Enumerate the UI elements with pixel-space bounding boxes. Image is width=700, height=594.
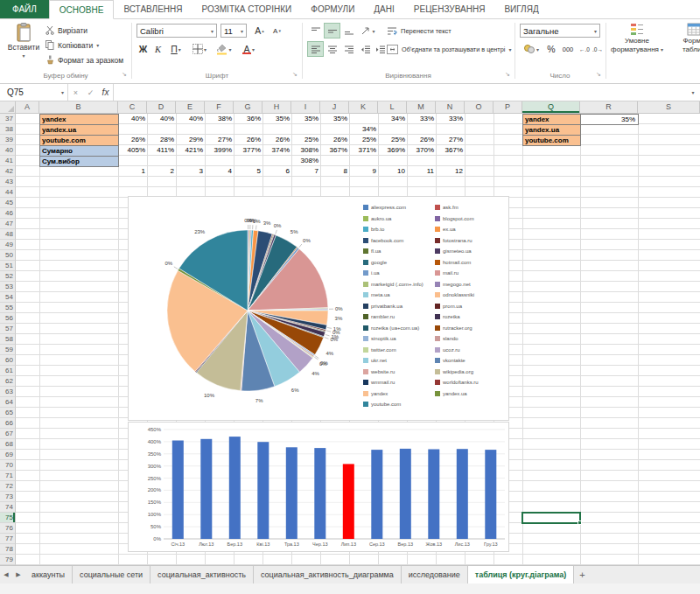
legend-item-twitter.com[interactable]: twitter.com	[363, 347, 396, 353]
legend-item-mail.ru[interactable]: mail.ru	[435, 270, 458, 276]
ribbon-tab-дані[interactable]: ДАНІ	[364, 0, 403, 18]
row-header-64[interactable]: 64	[0, 397, 16, 408]
row-header-68[interactable]: 68	[0, 439, 16, 450]
legend-item-gismeteo.ua[interactable]: gismeteo.ua	[435, 248, 472, 254]
formula-input[interactable]	[113, 84, 686, 101]
sheet-nav-right-button[interactable]: ▶	[12, 566, 24, 584]
row-header-43[interactable]: 43	[0, 177, 16, 187]
cell-N39[interactable]: 27%	[436, 135, 466, 145]
ribbon-tab-розмітка сторінки[interactable]: РОЗМІТКА СТОРІНКИ	[192, 0, 302, 18]
column-header-B[interactable]: B	[39, 101, 118, 114]
cell-C39[interactable]: 26%	[118, 135, 148, 145]
cell-F40[interactable]: 399%	[205, 145, 234, 156]
cell-E39[interactable]: 29%	[176, 135, 206, 145]
row-header-79[interactable]: 79	[0, 555, 16, 565]
legend-item-blogspot.com[interactable]: blogspot.com	[435, 216, 474, 221]
row-header-49[interactable]: 49	[0, 240, 16, 250]
pie-chart-panel[interactable]: 0%0%0%1%3%0%5%0%0%3%1%0%1%0%4%0%0%4%6%7%…	[128, 196, 509, 421]
row-header-56[interactable]: 56	[0, 313, 16, 324]
legend-item-yandex.ua[interactable]: yandex.ua	[435, 391, 467, 396]
cell-G37[interactable]: 36%	[234, 114, 263, 124]
legend-item-website.ru[interactable]: website.ru	[363, 369, 395, 374]
merge-center-button[interactable]: Об'єднати та розташувати в центрі ▾	[387, 43, 511, 56]
alignment-dialog-launcher[interactable]: ↘	[505, 71, 510, 78]
select-all-corner[interactable]	[0, 101, 16, 114]
legend-item-fl.ua[interactable]: fl.ua	[363, 248, 381, 254]
fill-color-button[interactable]: ▾	[213, 42, 235, 56]
legend-item-ex.ua[interactable]: ex.ua	[435, 227, 456, 232]
cell-I40[interactable]: 308%	[291, 145, 321, 156]
ribbon-tab-вставлення[interactable]: ВСТАВЛЕННЯ	[114, 0, 192, 18]
align-bottom-button[interactable]	[341, 24, 356, 38]
legend-item-rambler.ru[interactable]: rambler.ru	[363, 314, 395, 319]
cell-K38[interactable]: 34%	[349, 124, 379, 135]
cell-J42[interactable]: 8	[320, 166, 350, 177]
legend-item-aliexpress.com[interactable]: aliexpress.com	[363, 205, 406, 210]
align-left-button[interactable]	[308, 42, 323, 56]
legend-item-prom.ua[interactable]: prom.ua	[435, 304, 462, 309]
grow-font-button[interactable]: А ▴	[252, 24, 267, 38]
cell-H40[interactable]: 374%	[262, 145, 292, 156]
conditional-formatting-button[interactable]: Умовне форматування ▾	[610, 23, 664, 72]
legend-item-ask.fm[interactable]: ask.fm	[435, 205, 458, 210]
bold-button[interactable]: Ж	[136, 42, 150, 56]
column-header-E[interactable]: E	[176, 101, 205, 114]
column-header-K[interactable]: K	[349, 101, 378, 114]
column-header-M[interactable]: M	[407, 101, 436, 114]
cell-J40[interactable]: 367%	[320, 145, 350, 156]
column-header-O[interactable]: O	[465, 101, 494, 114]
cell-I41[interactable]: 308%	[291, 156, 321, 166]
new-sheet-button[interactable]: +	[574, 566, 590, 584]
paste-button[interactable]: Вставити ▾	[5, 23, 42, 70]
column-header-C[interactable]: C	[118, 101, 147, 114]
column-header-D[interactable]: D	[147, 101, 176, 114]
row-header-60[interactable]: 60	[0, 355, 16, 366]
cell-E40[interactable]: 421%	[176, 145, 206, 156]
align-right-button[interactable]	[341, 42, 356, 56]
legend-item-youtube.com[interactable]: youtube.com	[363, 402, 401, 407]
decrease-decimal-button[interactable]: .0→	[592, 42, 604, 56]
row-header-45[interactable]: 45	[0, 198, 16, 208]
number-format-combobox[interactable]: Загальне ▾	[520, 24, 600, 38]
row-header-39[interactable]: 39	[0, 135, 16, 145]
font-size-combobox[interactable]: 11 ▾	[220, 24, 247, 38]
sheet-tab-исследование[interactable]: исследование	[402, 566, 468, 584]
column-header-L[interactable]: L	[378, 101, 407, 114]
legend-item-google[interactable]: google	[363, 260, 387, 265]
legend-item-marketgid (.com+.info)[interactable]: marketgid (.com+.info)	[363, 282, 424, 287]
cell-G40[interactable]: 377%	[234, 145, 263, 156]
column-header-H[interactable]: H	[262, 101, 291, 114]
cell-C42[interactable]: 1	[118, 166, 148, 177]
legend-item-sinoptik.ua[interactable]: sinoptik.ua	[363, 336, 396, 341]
cell-I42[interactable]: 7	[291, 166, 321, 177]
row-header-77[interactable]: 77	[0, 534, 16, 544]
cell-D40[interactable]: 411%	[147, 145, 177, 156]
row-header-66[interactable]: 66	[0, 418, 16, 429]
cell-K40[interactable]: 371%	[349, 145, 379, 156]
cell-D42[interactable]: 2	[147, 166, 177, 177]
ribbon-tab-вигляд[interactable]: ВИГЛЯД	[494, 0, 548, 18]
cancel-button[interactable]: ×	[68, 84, 83, 101]
sheet-nav-left-button[interactable]: ◀	[0, 566, 12, 584]
insert-function-button[interactable]: fx	[98, 84, 113, 101]
increase-indent-button[interactable]	[373, 42, 388, 56]
bar-chart-panel[interactable]: 0%50%100%150%200%250%300%350%400%450%Січ…	[128, 422, 509, 552]
cell-G39[interactable]: 26%	[234, 135, 263, 145]
legend-item-privatbank.ua[interactable]: privatbank.ua	[363, 304, 402, 309]
row-header-51[interactable]: 51	[0, 261, 16, 271]
cell-M39[interactable]: 26%	[407, 135, 437, 145]
cell-L40[interactable]: 369%	[378, 145, 408, 156]
ribbon-tab-основне[interactable]: ОСНОВНЕ	[49, 0, 115, 19]
accounting-format-button[interactable]: ▾	[520, 42, 542, 56]
legend-item-fotostrana.ru[interactable]: fotostrana.ru	[435, 238, 472, 243]
legend-item-vkontakte[interactable]: vkontakte	[435, 358, 466, 363]
cell-C37[interactable]: 40%	[118, 114, 148, 124]
cell-M37[interactable]: 33%	[407, 114, 437, 124]
cell-M42[interactable]: 11	[407, 166, 437, 177]
row-header-42[interactable]: 42	[0, 166, 16, 177]
font-name-combobox[interactable]: Calibri ▾	[136, 24, 217, 38]
legend-item-i.ua[interactable]: i.ua	[363, 270, 380, 276]
row-header-75[interactable]: 75	[0, 513, 16, 523]
cell-I39[interactable]: 25%	[291, 135, 321, 145]
cell-K42[interactable]: 9	[349, 166, 379, 177]
